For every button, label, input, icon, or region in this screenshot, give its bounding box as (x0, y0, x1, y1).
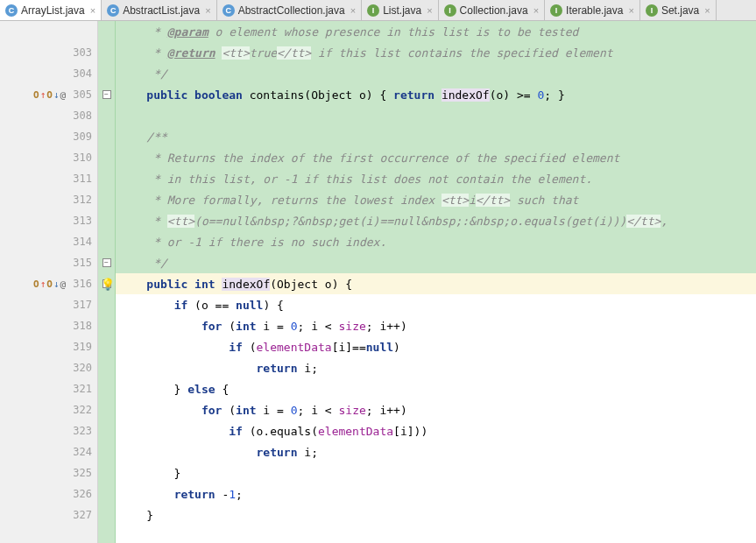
code-line[interactable]: return i; (116, 357, 756, 378)
fold-cell (98, 147, 115, 168)
code-text: } else { (119, 383, 229, 396)
line-number[interactable] (0, 21, 97, 42)
tab-abstractlist[interactable]: CAbstractList.java× (102, 0, 216, 20)
fold-cell (98, 378, 115, 399)
override-up-icon[interactable]: O (33, 279, 39, 290)
line-number[interactable]: 315 (0, 252, 97, 273)
code-line[interactable]: if (elementData[i]==null) (116, 336, 756, 357)
tab-iterable[interactable]: IIterable.java× (545, 0, 640, 20)
line-number[interactable]: 320 (0, 357, 97, 378)
close-icon[interactable]: × (205, 5, 210, 16)
code-line[interactable]: * <tt>(o==null&nbsp;?&nbsp;get(i)==null&… (116, 210, 756, 231)
close-icon[interactable]: × (427, 5, 432, 16)
line-number[interactable]: 311 (0, 168, 97, 189)
tab-set[interactable]: ISet.java× (640, 0, 717, 20)
arrow-down-icon: ↓ (53, 89, 60, 101)
tab-abstractcollection[interactable]: CAbstractCollection.java× (217, 0, 363, 20)
code-line[interactable]: for (int i = 0; i < size; i++) (116, 399, 756, 420)
code-text: * in this list, or -1 if this list does … (119, 173, 592, 186)
code-line[interactable]: return i; (116, 441, 756, 462)
line-number[interactable]: 324 (0, 441, 97, 462)
fold-cell (98, 294, 115, 315)
line-number[interactable]: 304 (0, 63, 97, 84)
line-number[interactable]: 316O↑O↓ @ (0, 273, 97, 294)
class-icon: C (5, 4, 18, 17)
arrow-down-icon: ↓ (53, 279, 60, 290)
line-number[interactable]: 323 (0, 420, 97, 441)
code-line[interactable]: for (int i = 0; i < size; i++) (116, 315, 756, 336)
code-line[interactable]: * Returns the index of the first occurre… (116, 147, 756, 168)
code-line[interactable]: * @return <tt>true</tt> if this list con… (116, 42, 756, 63)
gutter-markers[interactable]: O↑O↓ @ (33, 279, 66, 290)
code-area[interactable]: * @param o element whose presence in thi… (116, 21, 756, 543)
override-down-icon[interactable]: O (46, 279, 53, 290)
code-line[interactable]: * More formally, returns the lowest inde… (116, 189, 756, 210)
code-line[interactable]: * or -1 if there is no such index. (116, 231, 756, 252)
code-line[interactable] (116, 105, 756, 126)
line-number[interactable]: 319 (0, 336, 97, 357)
tab-arraylist[interactable]: CArrayList.java× (0, 0, 102, 20)
fold-cell (98, 105, 115, 126)
code-text: } (119, 509, 153, 522)
fold-cell (98, 42, 115, 63)
code-line[interactable]: 💡 public int indexOf(Object o) { (116, 273, 756, 294)
line-number[interactable]: 305O↑O↓ @ (0, 84, 97, 105)
close-icon[interactable]: × (533, 5, 539, 16)
code-text: /** (119, 130, 167, 144)
close-icon[interactable]: × (628, 5, 633, 16)
tab-list[interactable]: IList.java× (362, 0, 438, 20)
lightbulb-icon[interactable]: 💡 (101, 278, 115, 291)
code-text: * More formally, returns the lowest inde… (119, 194, 578, 207)
fold-cell (98, 189, 115, 210)
annotation-icon[interactable]: @ (60, 279, 67, 290)
tab-collection[interactable]: ICollection.java× (439, 0, 545, 20)
line-number[interactable]: 309 (0, 126, 97, 147)
override-down-icon[interactable]: O (46, 89, 53, 101)
code-line[interactable]: if (o.equals(elementData[i])) (116, 420, 756, 441)
code-line[interactable]: * @param o element whose presence in thi… (116, 21, 756, 42)
code-text: */ (119, 67, 167, 81)
fold-toggle-icon[interactable]: − (102, 90, 111, 99)
code-line[interactable]: } else { (116, 378, 756, 399)
line-number[interactable]: 303 (0, 42, 97, 63)
code-text: if (o == null) { (119, 299, 284, 312)
line-number[interactable]: 321 (0, 378, 97, 399)
code-line[interactable]: } (116, 504, 756, 525)
line-number[interactable]: 314 (0, 231, 97, 252)
arrow-up-icon: ↑ (40, 279, 46, 290)
line-number[interactable]: 313 (0, 210, 97, 231)
fold-cell (98, 483, 115, 504)
gutter-markers[interactable]: O↑O↓ @ (33, 89, 66, 101)
code-line[interactable]: */ (116, 63, 756, 84)
line-number[interactable]: 322 (0, 399, 97, 420)
line-number[interactable]: 308 (0, 105, 97, 126)
close-icon[interactable]: × (90, 5, 95, 16)
fold-cell (98, 399, 115, 420)
code-line[interactable]: * in this list, or -1 if this list does … (116, 168, 756, 189)
annotation-icon[interactable]: @ (60, 89, 67, 101)
code-line[interactable]: */ (116, 252, 756, 273)
fold-toggle-icon[interactable]: − (102, 258, 111, 267)
code-line[interactable]: /** (116, 126, 756, 147)
code-text: if (o.equals(elementData[i])) (119, 425, 427, 438)
fold-cell (98, 336, 115, 357)
tab-label: ArrayList.java (21, 4, 85, 17)
close-icon[interactable]: × (704, 5, 710, 16)
close-icon[interactable]: × (350, 5, 356, 16)
line-number[interactable]: 326 (0, 483, 97, 504)
fold-cell (98, 441, 115, 462)
fold-cell: − (98, 252, 115, 273)
fold-cell (98, 63, 115, 84)
line-number[interactable]: 310 (0, 147, 97, 168)
code-line[interactable]: return -1; (116, 483, 756, 504)
code-line[interactable]: public boolean contains(Object o) { retu… (116, 84, 756, 105)
line-number[interactable]: 318 (0, 315, 97, 336)
line-number[interactable]: 327 (0, 504, 97, 525)
override-up-icon[interactable]: O (33, 89, 39, 101)
line-number[interactable]: 317 (0, 294, 97, 315)
line-number[interactable]: 312 (0, 189, 97, 210)
line-number[interactable]: 325 (0, 462, 97, 483)
code-line[interactable]: if (o == null) { (116, 294, 756, 315)
editor-tabs: CArrayList.java×CAbstractList.java×CAbst… (0, 0, 756, 21)
code-line[interactable]: } (116, 462, 756, 483)
